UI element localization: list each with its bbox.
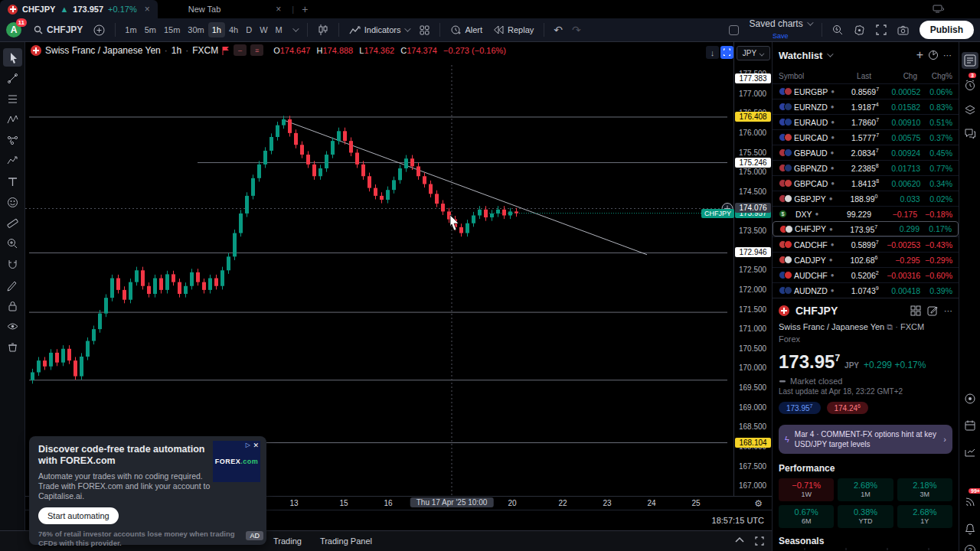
tab-trading-panel[interactable]: Trading Panel [311, 536, 381, 546]
tab-chfjpy[interactable]: CHFJPY ▲ 173.957 +0.17% × [0, 0, 158, 18]
news-banner[interactable]: ϟ Mar 4 · COMMENT-FX options hint at key… [779, 425, 952, 454]
timeframe-W[interactable]: W [256, 22, 271, 37]
watchlist-row-GBPCAD[interactable]: GBPCAD●1.841380.006200.34% [773, 175, 959, 191]
quick-search-button[interactable] [828, 21, 848, 38]
timeframes-chevron-icon[interactable] [292, 25, 299, 31]
legend-more-icon[interactable]: ≡ [250, 44, 263, 56]
publish-button[interactable]: Publish [920, 21, 974, 39]
candlestick-chart[interactable] [25, 42, 733, 496]
watchlist-more-icon[interactable]: ⋯ [943, 51, 952, 60]
ad-close-icon[interactable]: ✕ [253, 442, 259, 449]
tab-close-icon[interactable]: × [276, 4, 281, 15]
multichart-checkbox[interactable] [729, 25, 739, 35]
prediction-tool-icon[interactable] [3, 131, 22, 149]
measure-tool-icon[interactable] [3, 214, 22, 232]
indicators-button[interactable]: Indicators [345, 22, 414, 38]
timeframe-1m[interactable]: 1m [121, 22, 140, 37]
new-tab-button[interactable]: + [297, 3, 312, 15]
alert-button[interactable]: Alert [446, 21, 487, 38]
col-last[interactable]: Last [822, 72, 871, 80]
save-link[interactable]: Save [773, 32, 789, 41]
watchlist-add-icon[interactable]: + [916, 48, 923, 62]
watchlist-row-GBPAUD[interactable]: GBPAUD●2.083470.009240.45% [773, 145, 959, 160]
streams-icon[interactable] [962, 492, 978, 509]
timeframe-5m[interactable]: 5m [141, 22, 160, 37]
object-tree-icon[interactable] [962, 102, 978, 119]
magnet-tool-icon[interactable] [3, 255, 22, 273]
text-tool-icon[interactable] [3, 172, 22, 191]
chat-panel-icon[interactable] [962, 125, 978, 142]
elliott-wave-icon[interactable] [3, 152, 22, 170]
undo-icon[interactable]: ↶ [550, 24, 567, 36]
lock-all-icon[interactable] [3, 296, 22, 315]
layout-grid-icon[interactable] [910, 305, 921, 316]
ideas-icon[interactable] [962, 444, 978, 461]
symbol-search-button[interactable]: CHFJPY [29, 21, 87, 38]
saved-charts-menu[interactable]: Saved charts Save [745, 17, 816, 44]
legend-hide-icon[interactable]: – [234, 44, 247, 56]
tab-new[interactable]: New Tab × [181, 0, 289, 18]
help-icon[interactable]: ? [962, 542, 978, 551]
col-chgp[interactable]: Chg% [917, 72, 952, 80]
tab-close-icon[interactable]: × [145, 4, 150, 15]
watchlist-row-CADCHF[interactable]: CADCHF●0.58997−0.00253−0.43% [773, 236, 959, 252]
col-chg[interactable]: Chg [871, 72, 917, 80]
timeframe-30m[interactable]: 30m [184, 22, 207, 37]
user-avatar[interactable]: A 11 [6, 22, 21, 37]
trendline-tool-icon[interactable] [3, 69, 22, 87]
watchlist-row-GBPJPY[interactable]: GBPJPY●188.9900.0330.02% [773, 191, 959, 206]
watchlist-row-AUDNZD[interactable]: AUDNZD●1.074390.004180.39% [773, 282, 959, 298]
redo-icon[interactable]: ↷ [568, 24, 585, 36]
watchlist-row-AUDCHF[interactable]: AUDCHF●0.52062−0.00316−0.60% [773, 267, 959, 282]
external-link-icon[interactable]: ⧉ [887, 322, 893, 331]
notifications-bell-icon[interactable] [962, 520, 978, 537]
symbol-description[interactable]: Swiss Franc / Japanese Yen [779, 322, 884, 331]
displays-icon[interactable] [933, 5, 945, 14]
price-axis[interactable]: JPY 177.500177.000176.500176.000175.5001… [733, 42, 772, 510]
flagged-symbol-icon[interactable] [222, 46, 230, 55]
compare-add-button[interactable] [89, 21, 109, 39]
news-chevron-icon[interactable]: › [943, 435, 946, 444]
symbol-more-icon[interactable]: ⋯ [944, 306, 952, 316]
timezone-settings-icon[interactable]: ⚙ [754, 498, 763, 509]
cursor-tool-icon[interactable] [3, 48, 22, 67]
ask-price-pill[interactable]: 174.246 [827, 402, 869, 414]
timeframe-15m[interactable]: 15m [160, 22, 184, 37]
col-symbol[interactable]: Symbol [779, 72, 822, 80]
hide-all-icon[interactable] [3, 317, 22, 335]
pattern-tool-icon[interactable] [3, 110, 22, 129]
alerts-panel-icon[interactable] [962, 77, 978, 93]
zoom-in-tool-icon[interactable] [3, 234, 22, 253]
panel-expand-chevron-icon[interactable] [735, 536, 744, 543]
edit-note-icon[interactable] [927, 305, 938, 316]
fullscreen-button[interactable] [871, 21, 891, 38]
bid-price-pill[interactable]: 173.957 [779, 402, 821, 414]
ad-logo[interactable]: FOREX.com ▷ ✕ [213, 441, 260, 482]
timeframe-M[interactable]: M [272, 22, 286, 37]
axis-currency-selector[interactable]: JPY [737, 46, 770, 60]
fib-retracement-icon[interactable] [3, 90, 22, 108]
remove-drawings-icon[interactable] [3, 337, 22, 356]
panel-maximize-icon[interactable] [755, 536, 764, 546]
watchlist-title[interactable]: Watchlist [779, 50, 822, 61]
watchlist-row-EURAUD[interactable]: EURAUD●1.786070.009100.51% [773, 114, 959, 129]
hotlists-icon[interactable] [962, 390, 978, 407]
timeframe-1h[interactable]: 1h [208, 22, 225, 37]
legend-title[interactable]: Swiss Franc / Japanese Yen [45, 45, 161, 56]
legend-interval[interactable]: 1h [172, 45, 181, 56]
screenshot-button[interactable] [893, 22, 913, 38]
watchlist-row-EURNZD[interactable]: EURNZD●1.918740.015820.83% [773, 99, 959, 114]
timeframe-D[interactable]: D [242, 22, 256, 37]
legend-exchange[interactable]: FXCM [192, 45, 218, 56]
watchlist-sections-icon[interactable] [928, 50, 939, 60]
watchlist-panel-icon[interactable] [962, 52, 978, 69]
chart-style-button[interactable] [313, 21, 333, 39]
watchlist-row-GBPNZD[interactable]: GBPNZD●2.238580.017130.77% [773, 160, 959, 175]
ad-cta-button[interactable]: Start automating [38, 507, 119, 524]
watchlist-row-EURGBP[interactable]: EURGBP●0.856970.000520.06% [773, 83, 959, 99]
drawing-lock-icon[interactable] [3, 276, 22, 294]
watchlist-row-CHFJPY[interactable]: CHFJPY●173.9570.2990.17% [773, 221, 959, 236]
watchlist-chevron-icon[interactable] [827, 51, 833, 57]
watchlist-row-CADJPY[interactable]: CADJPY●102.686−0.295−0.29% [773, 252, 959, 267]
settings-button[interactable] [849, 21, 870, 39]
